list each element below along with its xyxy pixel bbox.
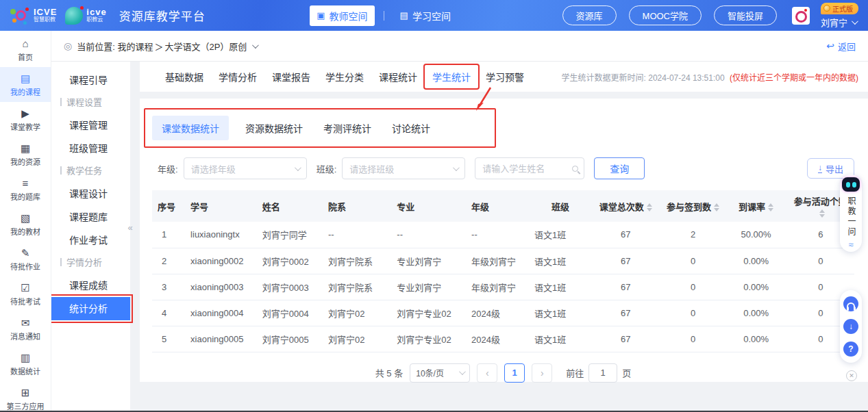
stats-tab[interactable]: 课堂报告 [264, 65, 318, 88]
sort-icon[interactable] [714, 203, 719, 211]
sidebar-item-icon: ⌂ [0, 38, 51, 49]
course-menu-item[interactable]: 课程成绩 [51, 274, 130, 297]
course-menu-item[interactable]: 课程设置 [51, 92, 130, 114]
portal-link-button[interactable]: 资源库 [562, 5, 617, 25]
sort-icon[interactable] [819, 209, 825, 218]
export-label: 导出 [826, 162, 843, 175]
prev-page-button[interactable]: ‹ [477, 363, 497, 383]
wave-icon: ≈ [848, 242, 853, 248]
table-row[interactable]: 2 xiaoning0002 刘宵宁0002 刘宵宁院系 专业刘宵宁 年级刘宵宁… [152, 248, 854, 274]
cell-grade: 2024级 [466, 326, 529, 352]
cell-total-sessions: 67 [591, 274, 659, 300]
course-menu-item[interactable]: 学情分析 [51, 252, 130, 274]
course-menu-item[interactable]: 教学任务 [51, 160, 130, 182]
goto-suffix: 页 [622, 366, 631, 379]
logo2-subtitle: 职教云 [86, 17, 106, 23]
help-button[interactable]: ? [843, 342, 858, 357]
sort-icon[interactable] [647, 203, 652, 211]
stats-tab[interactable]: 基础数据 [158, 65, 211, 88]
back-button[interactable]: ↩ 返回 [826, 40, 856, 53]
sidebar-nav-item[interactable]: ▥ 数据统计 [0, 346, 51, 381]
portal-link-button[interactable]: MOOC学院 [629, 5, 702, 25]
portal-link-button[interactable]: 智能投屏 [714, 5, 777, 25]
chevron-down-icon [852, 18, 858, 25]
sidebar-item-label: 我的教材 [0, 226, 51, 237]
sidebar-nav-item[interactable]: ☑ 待批考试 [0, 276, 51, 311]
class-select[interactable]: 请选择班级 [342, 157, 465, 179]
sidebar-nav-item[interactable]: ✉ 消息通知 [0, 311, 51, 346]
search-button[interactable]: 查询 [594, 157, 645, 179]
column-header: 院系 [323, 190, 391, 222]
course-menu-item[interactable]: 班级管理 [51, 137, 130, 160]
course-menu-label: 学情分析 [66, 257, 102, 268]
sidebar-nav-item[interactable]: ≡ 我的题库 [0, 172, 51, 207]
column-header: 班级 [529, 190, 591, 222]
course-menu-sidebar: 课程引导 课程设置 课程管理 班级管理 教学任务 课程设计 课程题库 作业考试 … [51, 62, 130, 411]
column-label: 课堂总次数 [599, 202, 644, 212]
subtab[interactable]: 考测评统计 [319, 116, 375, 140]
top-bar: ICVE 智慧职教 icve 职教云 资源库教学平台 ▣ 教师空间 ▤ 学习空间 [0, 0, 868, 31]
main-content: 基础数据 学情分析 课堂报告 学生分类 课程统计 学生统计 学习预警 学生统计数… [130, 62, 868, 411]
column-header: 学号 [185, 190, 257, 222]
user-menu[interactable]: 刘宵宁 [821, 16, 856, 29]
next-page-button[interactable]: › [532, 363, 552, 383]
student-name-input[interactable] [482, 164, 572, 174]
sidebar-item-label: 数据统计 [0, 365, 51, 376]
subtab[interactable]: 讨论统计 [388, 116, 434, 140]
goto-page-input[interactable] [588, 363, 617, 383]
column-label: 年级 [471, 202, 489, 212]
subtab[interactable]: 课堂数据统计 [152, 116, 229, 140]
course-menu-item[interactable]: 课程设计 [51, 182, 130, 205]
collapse-sidebar-handle[interactable]: « [125, 218, 136, 237]
sidebar-nav-item[interactable]: ▦ 我的资源 [0, 137, 51, 172]
sidebar-nav-item[interactable]: ▧ 我的教材 [0, 207, 51, 242]
sidebar-nav-item[interactable]: ⊞ 第三方应用 [0, 381, 51, 412]
column-label: 专业 [397, 202, 414, 212]
sidebar-nav-item[interactable]: ✎ 待批作业 [0, 242, 51, 276]
cell-index: 3 [152, 274, 185, 300]
stats-tab[interactable]: 学习预警 [478, 65, 532, 88]
course-menu-item[interactable]: 课程题库 [51, 205, 130, 229]
table-row[interactable]: 4 xiaoning0004 刘宵宁0004 刘宵宁02 刘宵宁专业02 202… [152, 300, 854, 326]
nav-divider [384, 11, 384, 21]
table-row[interactable]: 1 liuxiaoningtx 刘宵宁同学 -- -- -- 语文1班 67 2… [152, 222, 854, 248]
table-row[interactable]: 3 xiaoning0003 刘宵宁0003 刘宵宁院系 专业刘宵宁 年级刘宵宁… [152, 274, 854, 300]
page-size-select[interactable]: 10条/页 [410, 363, 470, 383]
breadcrumb-course[interactable]: 大学语文（2P）原创 [164, 40, 247, 53]
sidebar-item-icon: ▥ [0, 352, 51, 363]
space-nav-item[interactable]: ▣ 教师空间 [310, 5, 374, 26]
course-menu-item[interactable]: 作业考试 [51, 229, 130, 252]
grade-select[interactable]: 请选择年级 [184, 157, 307, 179]
course-menu-item[interactable]: 课程管理 [51, 114, 130, 137]
download-center-button[interactable]: ↓ [843, 319, 858, 334]
stats-tab[interactable]: 学情分析 [211, 65, 264, 88]
class-label: 班级: [317, 162, 337, 175]
stats-tab[interactable]: 课程统计 [371, 65, 425, 88]
cell-department: 刘宵宁02 [323, 326, 391, 352]
sidebar-nav-item[interactable]: ▤ 我的课程 [0, 67, 51, 102]
sidebar-nav-item[interactable]: ⌂ 首页 [0, 32, 51, 67]
icve-app-icon[interactable] [792, 7, 810, 25]
stats-tab[interactable]: 学生分类 [318, 65, 371, 88]
sidebar-nav-item[interactable]: ▶ 课堂教学 [0, 102, 51, 137]
filter-row: 年级: 请选择年级 班级: 请选择班级 查询 ↓ 导出 [158, 157, 854, 179]
stats-tab[interactable]: 学生统计 [425, 65, 478, 88]
close-toolbar-button[interactable]: ✕ [846, 370, 857, 381]
course-menu-item[interactable]: 课程引导 [51, 68, 130, 92]
space-nav-item[interactable]: ▤ 学习空间 [393, 5, 458, 26]
course-menu-item[interactable]: 统计分析 [51, 297, 130, 320]
sort-icon[interactable] [768, 203, 773, 211]
subtab[interactable]: 资源数据统计 [241, 116, 307, 140]
search-icon[interactable] [572, 166, 578, 172]
customer-service-button[interactable] [843, 296, 858, 311]
current-page-button[interactable]: 1 [504, 363, 525, 383]
ai-assistant-widget[interactable]: 职教一问 ≈ [840, 175, 862, 252]
goto-label: 前往 [566, 366, 584, 379]
version-badge: 正式版 [821, 3, 858, 14]
chevron-down-icon[interactable] [252, 42, 259, 49]
column-label: 姓名 [262, 202, 280, 212]
breadcrumb-prefix: 当前位置: 我的课程 [77, 40, 153, 53]
cell-class: 语文1班 [529, 222, 591, 248]
cell-grade: 年级刘宵宁 [466, 248, 529, 274]
table-row[interactable]: 5 xiaoning0005 刘宵宁0005 刘宵宁02 刘宵宁专业02 202… [152, 326, 854, 352]
